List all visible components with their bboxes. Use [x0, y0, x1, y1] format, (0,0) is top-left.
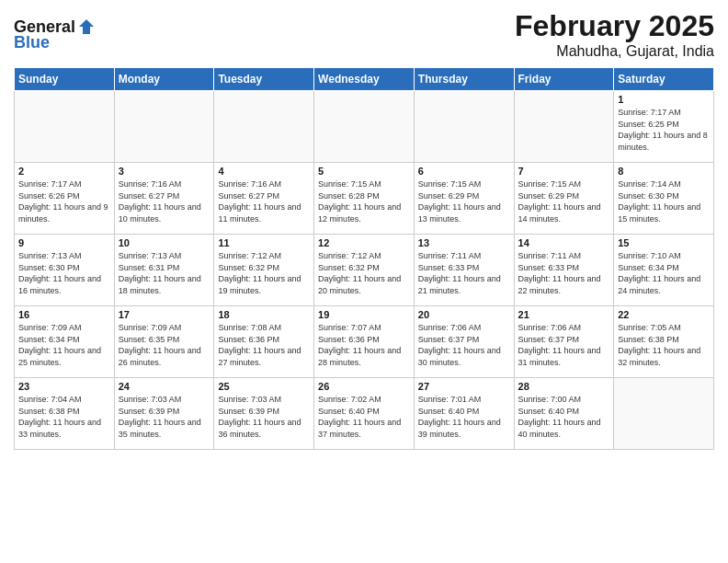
header-sunday: Sunday: [15, 68, 115, 91]
day-info: Sunrise: 7:00 AM Sunset: 6:40 PM Dayligh…: [518, 394, 610, 440]
day-number: 5: [318, 166, 410, 177]
calendar-subtitle: Mahudha, Gujarat, India: [515, 43, 714, 60]
day-cell-2-3: 12Sunrise: 7:12 AM Sunset: 6:32 PM Dayli…: [314, 235, 415, 306]
day-info: Sunrise: 7:16 AM Sunset: 6:27 PM Dayligh…: [218, 178, 310, 224]
day-number: 10: [119, 237, 210, 248]
day-cell-1-4: 6Sunrise: 7:15 AM Sunset: 6:29 PM Daylig…: [414, 163, 514, 235]
day-info: Sunrise: 7:12 AM Sunset: 6:32 PM Dayligh…: [218, 250, 310, 296]
day-info: Sunrise: 7:09 AM Sunset: 6:35 PM Dayligh…: [119, 322, 210, 368]
logo-blue: Blue: [14, 33, 50, 52]
day-number: 4: [218, 166, 310, 177]
header-monday: Monday: [114, 68, 214, 91]
day-number: 11: [218, 237, 310, 248]
day-info: Sunrise: 7:17 AM Sunset: 6:26 PM Dayligh…: [18, 178, 110, 224]
day-cell-1-3: 5Sunrise: 7:15 AM Sunset: 6:28 PM Daylig…: [314, 163, 415, 235]
day-number: 15: [618, 237, 710, 248]
day-number: 25: [218, 381, 310, 392]
day-info: Sunrise: 7:17 AM Sunset: 6:25 PM Dayligh…: [618, 107, 710, 153]
day-cell-4-2: 25Sunrise: 7:03 AM Sunset: 6:39 PM Dayli…: [214, 378, 314, 450]
day-cell-3-3: 19Sunrise: 7:07 AM Sunset: 6:36 PM Dayli…: [314, 306, 415, 378]
day-cell-0-4: [414, 91, 514, 163]
svg-marker-0: [79, 19, 94, 34]
day-number: 16: [18, 309, 110, 320]
day-number: 1: [618, 94, 710, 105]
day-cell-3-2: 18Sunrise: 7:08 AM Sunset: 6:36 PM Dayli…: [214, 306, 314, 378]
day-number: 22: [618, 309, 710, 320]
day-number: 24: [119, 381, 210, 392]
day-info: Sunrise: 7:11 AM Sunset: 6:33 PM Dayligh…: [518, 250, 610, 296]
day-cell-4-5: 28Sunrise: 7:00 AM Sunset: 6:40 PM Dayli…: [514, 378, 614, 450]
day-number: 19: [318, 309, 410, 320]
day-info: Sunrise: 7:10 AM Sunset: 6:34 PM Dayligh…: [618, 250, 710, 296]
day-number: 2: [18, 166, 110, 177]
day-cell-0-6: 1Sunrise: 7:17 AM Sunset: 6:25 PM Daylig…: [614, 91, 714, 163]
day-cell-3-6: 22Sunrise: 7:05 AM Sunset: 6:38 PM Dayli…: [614, 306, 714, 378]
day-cell-3-4: 20Sunrise: 7:06 AM Sunset: 6:37 PM Dayli…: [414, 306, 514, 378]
day-info: Sunrise: 7:03 AM Sunset: 6:39 PM Dayligh…: [218, 394, 310, 440]
day-number: 18: [218, 309, 310, 320]
day-info: Sunrise: 7:13 AM Sunset: 6:30 PM Dayligh…: [18, 250, 110, 296]
header-friday: Friday: [514, 68, 614, 91]
calendar-header-row: Sunday Monday Tuesday Wednesday Thursday…: [15, 68, 714, 91]
week-row-4: 23Sunrise: 7:04 AM Sunset: 6:38 PM Dayli…: [15, 378, 714, 450]
day-cell-0-1: [114, 91, 214, 163]
day-number: 13: [418, 237, 510, 248]
day-info: Sunrise: 7:15 AM Sunset: 6:29 PM Dayligh…: [418, 178, 510, 224]
day-cell-0-5: [514, 91, 614, 163]
day-cell-1-2: 4Sunrise: 7:16 AM Sunset: 6:27 PM Daylig…: [214, 163, 314, 235]
day-cell-4-4: 27Sunrise: 7:01 AM Sunset: 6:40 PM Dayli…: [414, 378, 514, 450]
day-cell-2-0: 9Sunrise: 7:13 AM Sunset: 6:30 PM Daylig…: [15, 235, 115, 306]
day-number: 23: [18, 381, 110, 392]
day-info: Sunrise: 7:15 AM Sunset: 6:28 PM Dayligh…: [318, 178, 410, 224]
day-cell-1-5: 7Sunrise: 7:15 AM Sunset: 6:29 PM Daylig…: [514, 163, 614, 235]
day-cell-3-5: 21Sunrise: 7:06 AM Sunset: 6:37 PM Dayli…: [514, 306, 614, 378]
day-info: Sunrise: 7:04 AM Sunset: 6:38 PM Dayligh…: [18, 394, 110, 440]
day-info: Sunrise: 7:02 AM Sunset: 6:40 PM Dayligh…: [318, 394, 410, 440]
day-cell-0-3: [314, 91, 415, 163]
day-cell-3-0: 16Sunrise: 7:09 AM Sunset: 6:34 PM Dayli…: [15, 306, 115, 378]
week-row-3: 16Sunrise: 7:09 AM Sunset: 6:34 PM Dayli…: [15, 306, 714, 378]
day-cell-4-1: 24Sunrise: 7:03 AM Sunset: 6:39 PM Dayli…: [114, 378, 214, 450]
day-number: 14: [518, 237, 610, 248]
day-info: Sunrise: 7:01 AM Sunset: 6:40 PM Dayligh…: [418, 394, 510, 440]
day-info: Sunrise: 7:15 AM Sunset: 6:29 PM Dayligh…: [518, 178, 610, 224]
title-area: February 2025 Mahudha, Gujarat, India: [515, 9, 714, 60]
day-info: Sunrise: 7:05 AM Sunset: 6:38 PM Dayligh…: [618, 322, 710, 368]
day-number: 9: [18, 237, 110, 248]
day-info: Sunrise: 7:11 AM Sunset: 6:33 PM Dayligh…: [418, 250, 510, 296]
day-cell-0-2: [214, 91, 314, 163]
header-wednesday: Wednesday: [314, 68, 415, 91]
day-number: 3: [119, 166, 210, 177]
day-info: Sunrise: 7:07 AM Sunset: 6:36 PM Dayligh…: [318, 322, 410, 368]
day-number: 27: [418, 381, 510, 392]
day-info: Sunrise: 7:13 AM Sunset: 6:31 PM Dayligh…: [119, 250, 210, 296]
week-row-1: 2Sunrise: 7:17 AM Sunset: 6:26 PM Daylig…: [15, 163, 714, 235]
day-cell-2-5: 14Sunrise: 7:11 AM Sunset: 6:33 PM Dayli…: [514, 235, 614, 306]
week-row-2: 9Sunrise: 7:13 AM Sunset: 6:30 PM Daylig…: [15, 235, 714, 306]
calendar-table: Sunday Monday Tuesday Wednesday Thursday…: [14, 67, 714, 450]
calendar-title: February 2025: [515, 9, 714, 43]
header-thursday: Thursday: [414, 68, 514, 91]
day-cell-1-0: 2Sunrise: 7:17 AM Sunset: 6:26 PM Daylig…: [15, 163, 115, 235]
day-cell-3-1: 17Sunrise: 7:09 AM Sunset: 6:35 PM Dayli…: [114, 306, 214, 378]
header: General Blue February 2025 Mahudha, Guja…: [14, 9, 714, 60]
day-cell-4-3: 26Sunrise: 7:02 AM Sunset: 6:40 PM Dayli…: [314, 378, 415, 450]
day-info: Sunrise: 7:03 AM Sunset: 6:39 PM Dayligh…: [119, 394, 210, 440]
day-cell-4-0: 23Sunrise: 7:04 AM Sunset: 6:38 PM Dayli…: [15, 378, 115, 450]
day-cell-2-4: 13Sunrise: 7:11 AM Sunset: 6:33 PM Dayli…: [414, 235, 514, 306]
logo: General Blue: [14, 17, 96, 52]
day-number: 28: [518, 381, 610, 392]
day-cell-1-1: 3Sunrise: 7:16 AM Sunset: 6:27 PM Daylig…: [114, 163, 214, 235]
day-number: 12: [318, 237, 410, 248]
day-number: 6: [418, 166, 510, 177]
day-number: 20: [418, 309, 510, 320]
week-row-0: 1Sunrise: 7:17 AM Sunset: 6:25 PM Daylig…: [15, 91, 714, 163]
day-info: Sunrise: 7:06 AM Sunset: 6:37 PM Dayligh…: [418, 322, 510, 368]
day-info: Sunrise: 7:08 AM Sunset: 6:36 PM Dayligh…: [218, 322, 310, 368]
day-number: 17: [119, 309, 210, 320]
day-number: 26: [318, 381, 410, 392]
day-cell-2-2: 11Sunrise: 7:12 AM Sunset: 6:32 PM Dayli…: [214, 235, 314, 306]
day-info: Sunrise: 7:16 AM Sunset: 6:27 PM Dayligh…: [119, 178, 210, 224]
day-number: 7: [518, 166, 610, 177]
day-cell-4-6: [614, 378, 714, 450]
